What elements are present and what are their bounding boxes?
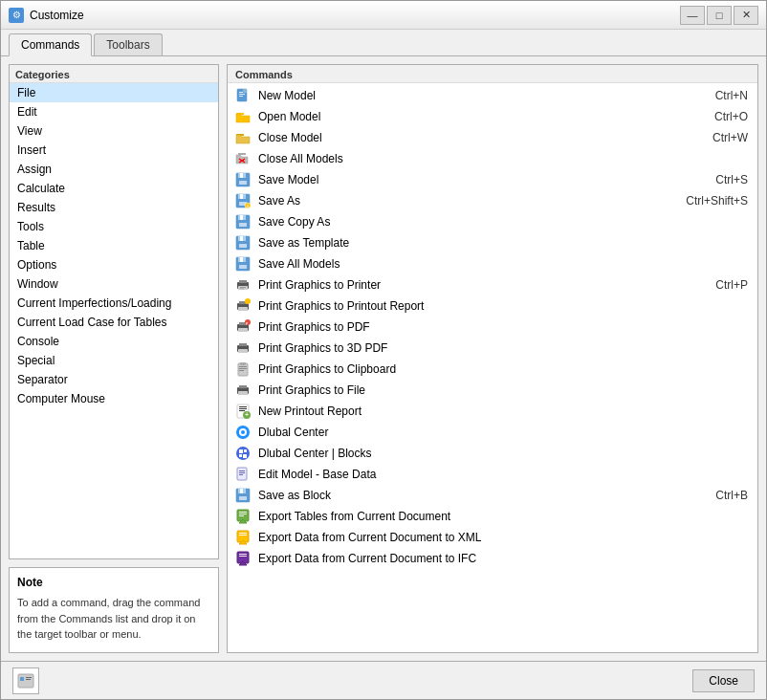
- command-print-graphics-printout[interactable]: Print Graphics to Printout Report: [228, 295, 757, 317]
- svg-rect-57: [239, 368, 247, 369]
- command-save-as-block[interactable]: Save as Block Ctrl+B: [228, 485, 757, 506]
- svg-rect-12: [240, 173, 243, 178]
- svg-rect-3: [239, 96, 243, 97]
- command-print-graphics-file[interactable]: Print Graphics to File: [228, 380, 757, 401]
- command-open-model[interactable]: Open Model Ctrl+O: [228, 106, 757, 127]
- command-export-tables-current[interactable]: Export Tables from Current Document: [228, 506, 757, 527]
- category-insert[interactable]: Insert: [10, 141, 218, 160]
- category-view[interactable]: View: [10, 121, 218, 141]
- left-panel: Categories File Edit View Insert Assign …: [9, 64, 219, 653]
- maximize-button[interactable]: □: [707, 6, 732, 25]
- category-edit[interactable]: Edit: [10, 102, 218, 121]
- save-copy-as-icon: [233, 214, 252, 230]
- commands-label: Commands: [228, 65, 757, 83]
- svg-rect-84: [239, 496, 247, 500]
- export-data-ifc-label: Export Data from Current Document to IFC: [258, 552, 729, 565]
- print-graphics-pdf-label: Print Graphics to PDF: [258, 320, 729, 334]
- command-save-copy-as[interactable]: Save Copy As: [228, 211, 757, 232]
- print-graphics-printer-label: Print Graphics to Printer: [258, 278, 696, 292]
- svg-rect-75: [243, 454, 247, 458]
- print-graphics-printer-shortcut: Ctrl+P: [715, 278, 752, 292]
- command-print-graphics-3dpdf[interactable]: Print Graphics to 3D PDF: [228, 338, 757, 359]
- dlubal-center-label: Dlubal Center: [258, 426, 729, 439]
- svg-rect-41: [240, 289, 244, 290]
- svg-rect-14: [239, 181, 247, 185]
- note-title: Note: [17, 576, 210, 589]
- print-3dpdf-icon: [233, 340, 252, 356]
- command-print-graphics-printer[interactable]: Print Graphics to Printer Ctrl+P: [228, 274, 757, 295]
- save-as-template-label: Save as Template: [258, 236, 729, 250]
- close-model-shortcut: Ctrl+W: [712, 131, 752, 144]
- close-all-models-icon: [233, 151, 252, 166]
- command-save-all-models[interactable]: Save All Models: [228, 253, 757, 274]
- category-table[interactable]: Table: [10, 236, 218, 255]
- close-all-models-label: Close All Models: [258, 152, 729, 165]
- category-window[interactable]: Window: [10, 274, 218, 294]
- svg-rect-61: [238, 391, 248, 395]
- command-export-data-xml[interactable]: Export Data from Current Document to XML: [228, 527, 757, 548]
- dlubal-center-blocks-icon: [233, 446, 252, 461]
- category-current-load-case[interactable]: Current Load Case for Tables: [10, 313, 218, 332]
- print-printout-icon: [233, 298, 252, 314]
- command-export-data-ifc[interactable]: Export Data from Current Document to IFC: [228, 548, 757, 569]
- svg-rect-100: [26, 677, 32, 678]
- export-ifc-icon: [233, 551, 252, 566]
- category-calculate[interactable]: Calculate: [10, 179, 218, 198]
- svg-rect-31: [239, 244, 247, 248]
- print-graphics-3dpdf-label: Print Graphics to 3D PDF: [258, 341, 729, 355]
- svg-rect-34: [240, 257, 243, 262]
- svg-rect-76: [237, 468, 247, 480]
- category-results[interactable]: Results: [10, 198, 218, 217]
- export-data-xml-label: Export Data from Current Document to XML: [258, 531, 729, 544]
- save-model-label: Save Model: [258, 173, 696, 186]
- app-icon: ⚙: [9, 8, 24, 23]
- svg-rect-82: [240, 489, 243, 493]
- category-computer-mouse[interactable]: Computer Mouse: [10, 389, 218, 408]
- svg-rect-53: [238, 349, 248, 353]
- save-as-block-label: Save as Block: [258, 489, 696, 502]
- category-file[interactable]: File: [10, 83, 218, 102]
- bottom-toolbar-icon[interactable]: [12, 667, 39, 694]
- svg-rect-73: [244, 449, 247, 452]
- category-tools[interactable]: Tools: [10, 217, 218, 236]
- command-print-graphics-clipboard[interactable]: Print Graphics to Clipboard: [228, 359, 757, 380]
- command-save-model[interactable]: Save Model Ctrl+S: [228, 169, 757, 190]
- svg-rect-86: [239, 512, 247, 513]
- command-close-model[interactable]: Close Model Ctrl+W: [228, 127, 757, 148]
- command-dlubal-center[interactable]: Dlubal Center: [228, 422, 757, 443]
- category-current-imperfections[interactable]: Current Imperfections/Loading: [10, 294, 218, 313]
- command-new-model[interactable]: New Model Ctrl+N: [228, 85, 757, 106]
- command-save-as[interactable]: A Save As Ctrl+Shift+S: [228, 190, 757, 211]
- svg-rect-98: [18, 674, 33, 688]
- window-close-button[interactable]: ✕: [734, 6, 758, 25]
- command-edit-model-base-data[interactable]: Edit Model - Base Data: [228, 464, 757, 485]
- svg-rect-77: [239, 470, 245, 471]
- tab-toolbars[interactable]: Toolbars: [94, 33, 162, 55]
- category-console[interactable]: Console: [10, 332, 218, 351]
- svg-rect-88: [239, 515, 244, 516]
- main-content: Categories File Edit View Insert Assign …: [1, 56, 766, 661]
- category-separator[interactable]: Separator: [10, 370, 218, 389]
- command-print-graphics-pdf[interactable]: P Print Graphics to PDF: [228, 317, 757, 338]
- svg-rect-78: [239, 472, 245, 473]
- new-model-shortcut: Ctrl+N: [715, 89, 752, 102]
- command-new-printout-report[interactable]: + New Printout Report: [228, 401, 757, 422]
- commands-list[interactable]: New Model Ctrl+N Open Model Ctrl+O Close…: [228, 83, 757, 652]
- close-button[interactable]: Close: [692, 669, 755, 692]
- command-dlubal-center-blocks[interactable]: Dlubal Center | Blocks: [228, 443, 757, 464]
- category-options[interactable]: Options: [10, 255, 218, 274]
- save-all-models-label: Save All Models: [258, 257, 729, 271]
- note-text: To add a command, drag the command from …: [17, 595, 210, 643]
- category-assign[interactable]: Assign: [10, 160, 218, 179]
- category-special[interactable]: Special: [10, 351, 218, 370]
- svg-rect-24: [240, 215, 243, 220]
- open-model-shortcut: Ctrl+O: [714, 110, 752, 123]
- print-printer-icon: [233, 277, 252, 293]
- bottom-bar: Close: [1, 661, 766, 699]
- svg-rect-99: [20, 677, 24, 681]
- minimize-button[interactable]: —: [680, 6, 705, 25]
- tab-commands[interactable]: Commands: [9, 33, 92, 56]
- command-close-all-models[interactable]: Close All Models: [228, 148, 757, 169]
- command-save-as-template[interactable]: Save as Template: [228, 232, 757, 253]
- svg-rect-17: [240, 194, 243, 199]
